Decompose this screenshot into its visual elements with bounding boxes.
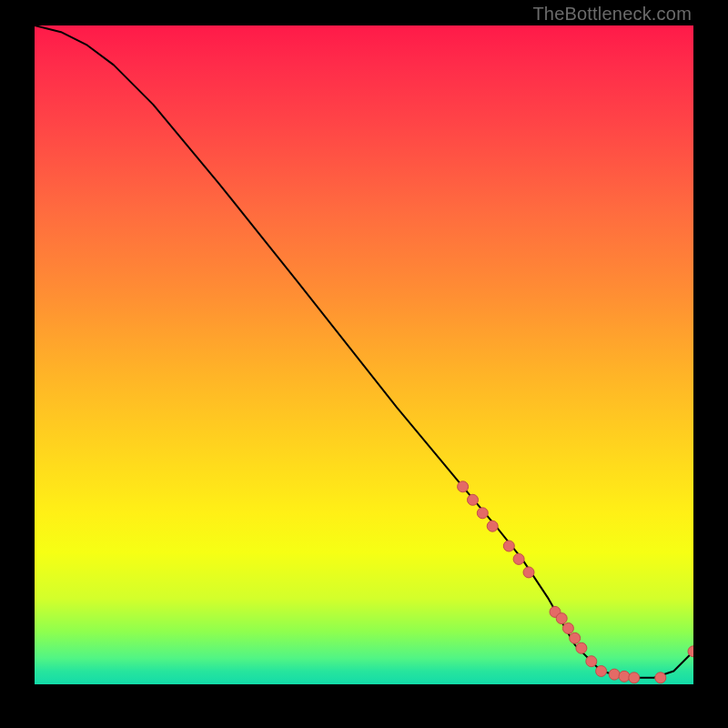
- chart-stage: TheBottleneck.com: [0, 0, 728, 728]
- data-marker: [458, 481, 469, 492]
- bottleneck-curve-path: [35, 25, 693, 678]
- watermark-text: TheBottleneck.com: [532, 4, 692, 25]
- data-marker: [468, 494, 479, 505]
- plot-area: [35, 25, 693, 684]
- data-marker: [629, 672, 640, 683]
- data-marker: [655, 672, 666, 683]
- data-marker: [477, 508, 488, 519]
- data-marker: [570, 632, 581, 643]
- data-marker: [619, 671, 630, 682]
- data-marker: [487, 521, 498, 531]
- data-marker: [576, 642, 587, 653]
- data-marker: [586, 656, 597, 667]
- marker-group: [458, 481, 693, 683]
- data-marker: [556, 613, 567, 624]
- data-marker: [609, 669, 620, 680]
- data-marker: [550, 606, 561, 617]
- data-marker: [523, 567, 534, 578]
- chart-svg: [35, 25, 693, 684]
- data-marker: [513, 553, 524, 564]
- data-marker: [596, 666, 607, 677]
- data-marker: [562, 623, 573, 634]
- data-marker: [503, 541, 514, 551]
- data-marker: [688, 646, 693, 657]
